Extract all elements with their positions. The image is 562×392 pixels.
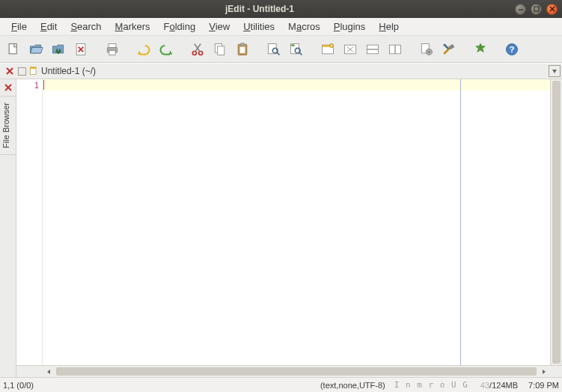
maximize-button[interactable] (531, 4, 542, 15)
svg-rect-8 (109, 43, 116, 47)
vertical-scrollbar[interactable] (550, 79, 562, 365)
split-horizontal-button[interactable] (362, 39, 383, 60)
cut-button[interactable] (187, 39, 208, 60)
menu-markers[interactable]: Markers (109, 19, 157, 34)
split-vertical-button[interactable] (385, 39, 406, 60)
unsplit-button[interactable] (340, 39, 361, 60)
global-options-button[interactable] (439, 39, 459, 60)
menu-macros[interactable]: Macros (281, 19, 327, 34)
svg-rect-49 (19, 68, 25, 75)
menu-folding[interactable]: Folding (157, 19, 203, 34)
minimize-button[interactable] (515, 4, 526, 15)
new-file-button[interactable] (3, 39, 24, 60)
svg-rect-18 (241, 43, 245, 45)
svg-rect-51 (31, 67, 37, 69)
svg-point-40 (428, 50, 430, 52)
svg-text:?: ? (509, 44, 514, 54)
status-clock: 7:09 PM (528, 381, 559, 390)
buffer-bar: Untitled-1 (~/) (0, 63, 562, 79)
wrap-guide (460, 79, 461, 365)
save-file-button[interactable] (48, 39, 69, 60)
menu-file[interactable]: File (4, 19, 34, 34)
horizontal-scrollbar[interactable] (55, 366, 538, 377)
menu-plugins[interactable]: Plugins (327, 19, 373, 34)
buffer-status-icon[interactable] (18, 67, 26, 76)
menu-view[interactable]: View (202, 19, 236, 34)
scroll-right-icon[interactable] (538, 366, 550, 377)
gutter: 1 (16, 79, 43, 365)
status-memory[interactable]: 43/124MB (480, 381, 518, 390)
close-button[interactable] (546, 4, 558, 15)
svg-line-22 (277, 52, 279, 55)
print-button[interactable] (102, 39, 123, 60)
line-number: 1 (16, 81, 39, 91)
statusbar: 1,1 (0/0) (text,none,UTF-8) I n m r o U … (0, 377, 562, 392)
undo-button[interactable] (133, 39, 154, 60)
buffer-options-button[interactable] (416, 39, 437, 60)
editor: 1 (16, 79, 562, 377)
horizontal-scroll-region (16, 365, 562, 377)
buffer-name-label[interactable]: Untitled-1 (~/) (41, 66, 546, 76)
left-dock-close-icon[interactable] (2, 82, 14, 94)
open-file-button[interactable] (25, 39, 46, 60)
buffer-dropdown-icon[interactable] (549, 65, 561, 77)
close-file-button[interactable] (70, 39, 91, 60)
help-button[interactable]: ? (501, 39, 522, 60)
window-controls (515, 4, 558, 15)
buffer-file-icon (29, 67, 38, 76)
svg-point-44 (444, 43, 446, 46)
status-position: 1,1 (0/0) (3, 381, 48, 390)
window-title: jEdit - Untitled-1 (4, 4, 515, 14)
find-button[interactable] (263, 39, 284, 60)
scroll-left-icon[interactable] (43, 366, 55, 377)
toolbar: ? (0, 36, 562, 63)
svg-rect-4 (9, 43, 16, 53)
paste-button[interactable] (232, 39, 253, 60)
new-view-button[interactable] (317, 39, 338, 60)
status-flags: I n m r o U G (394, 380, 468, 390)
svg-line-43 (445, 46, 448, 49)
caret (43, 80, 44, 90)
editor-body: 1 (16, 79, 562, 365)
status-mode[interactable]: (text,none,UTF-8) (320, 381, 385, 390)
svg-rect-10 (109, 50, 115, 55)
copy-button[interactable] (210, 39, 230, 60)
svg-rect-19 (240, 46, 245, 52)
menu-edit[interactable]: Edit (34, 19, 64, 34)
menubar: File Edit Search Markers Folding View Ut… (0, 18, 562, 36)
buffer-close-icon[interactable] (4, 65, 16, 77)
main-area: File Browser 1 (0, 79, 562, 377)
redo-button[interactable] (156, 39, 177, 60)
text-area[interactable] (43, 79, 550, 365)
find-replace-button[interactable] (286, 39, 307, 60)
plugin-manager-button[interactable] (470, 39, 491, 60)
left-dock: File Browser (0, 79, 16, 377)
menu-help[interactable]: Help (372, 19, 406, 34)
svg-rect-1 (534, 7, 539, 11)
current-line-highlight (43, 79, 550, 91)
menu-utilities[interactable]: Utilities (236, 19, 281, 34)
titlebar: jEdit - Untitled-1 (0, 0, 562, 18)
menu-search[interactable]: Search (64, 19, 108, 34)
svg-line-25 (299, 52, 302, 55)
file-browser-tab[interactable]: File Browser (0, 96, 16, 155)
svg-rect-16 (218, 46, 225, 55)
